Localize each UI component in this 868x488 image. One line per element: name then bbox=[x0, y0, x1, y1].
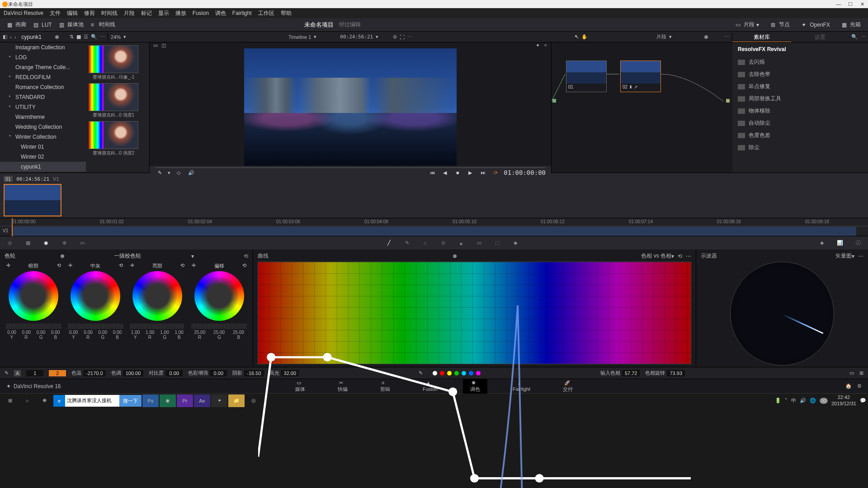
node-mode[interactable]: 片段 bbox=[656, 33, 666, 40]
color-match-icon[interactable]: ▦ bbox=[23, 238, 33, 249]
info-icon[interactable]: ⓘ bbox=[853, 238, 863, 249]
settings-icon[interactable]: ⚙ bbox=[857, 383, 862, 389]
zoom-level[interactable]: 24% bbox=[111, 34, 121, 40]
3d-icon[interactable]: ◆ bbox=[510, 238, 521, 249]
more-icon[interactable]: ⋯ bbox=[858, 253, 863, 259]
reset-icon[interactable]: ⟲ bbox=[678, 253, 682, 259]
cortana-icon[interactable]: ○ bbox=[19, 394, 35, 407]
curves-icon[interactable]: ╱ bbox=[383, 238, 394, 249]
menu-item[interactable]: Fairlight bbox=[232, 10, 252, 16]
keyframe-icon[interactable]: ◆ bbox=[816, 238, 827, 249]
viewer-mode-icon[interactable]: ▭ bbox=[153, 42, 158, 48]
lut-thumb[interactable]: 赛博朋克科...0 强度2 bbox=[89, 121, 138, 156]
close-button[interactable]: ✕ bbox=[858, 1, 866, 7]
key-icon[interactable]: ▭ bbox=[474, 238, 485, 249]
tree-item[interactable]: Wedding Collection bbox=[0, 122, 86, 132]
search-go-button[interactable]: 搜一下 bbox=[119, 395, 142, 407]
next-clip-button[interactable]: ⏭ bbox=[478, 168, 487, 177]
taskbar-search[interactable]: e 搜一下 bbox=[53, 395, 142, 407]
more-icon[interactable]: ⋯ bbox=[859, 32, 868, 42]
tray-net-icon[interactable]: 🌐 bbox=[810, 398, 816, 404]
node-graph[interactable]: 01 02 ⬍ ↗ bbox=[552, 42, 732, 151]
minimize-button[interactable]: — bbox=[835, 1, 843, 7]
menu-item[interactable]: Fusion bbox=[193, 10, 209, 16]
breadcrumb[interactable]: cypunk1 bbox=[19, 34, 44, 40]
clip-thumbnail[interactable] bbox=[4, 184, 61, 216]
layers-icon[interactable]: ◇ bbox=[174, 168, 183, 177]
wand-icon[interactable]: ✧ bbox=[543, 42, 547, 48]
tracking-icon[interactable]: ⊙ bbox=[438, 238, 448, 249]
adjust-item[interactable]: 对比度0.00 bbox=[149, 370, 183, 376]
start-button[interactable]: ⊞ bbox=[2, 394, 18, 407]
fx-tab-settings[interactable]: 设置 bbox=[791, 32, 850, 42]
timeline-track[interactable] bbox=[12, 227, 856, 236]
openfx-button[interactable]: ✦OpenFX bbox=[798, 19, 834, 30]
page-1[interactable]: 1 bbox=[26, 370, 43, 376]
viewer-image[interactable] bbox=[244, 48, 457, 166]
window-icon[interactable]: ○ bbox=[420, 238, 430, 249]
menu-item[interactable]: 调色 bbox=[215, 9, 226, 17]
menu-item[interactable]: 播放 bbox=[175, 9, 186, 17]
nav-back-icon[interactable]: ‹ bbox=[10, 34, 12, 40]
page-2[interactable]: 2 bbox=[49, 370, 66, 376]
tray-badge[interactable]: 30 bbox=[820, 398, 828, 404]
adjust-item[interactable]: 色调100.00 bbox=[111, 370, 144, 376]
task-app[interactable]: Ps bbox=[142, 394, 159, 407]
tray-clock[interactable]: 22:422019/12/31 bbox=[831, 394, 856, 406]
tree-item[interactable]: Orange Theme Colle... bbox=[0, 62, 86, 72]
fullscreen-icon[interactable]: ⛶ bbox=[400, 34, 405, 40]
tree-item[interactable]: UTILITY bbox=[0, 102, 86, 112]
tree-item[interactable]: Instagram Collection bbox=[0, 42, 86, 52]
picker-icon[interactable]: ✎ bbox=[155, 168, 164, 177]
lut-thumb[interactable]: 赛博朋克科...0 强度1 bbox=[89, 83, 138, 118]
task-app[interactable]: 📁 bbox=[228, 394, 245, 407]
blur-icon[interactable]: ▲ bbox=[456, 238, 467, 249]
graph-output[interactable] bbox=[726, 99, 730, 103]
tray-up-icon[interactable]: ˄ bbox=[785, 398, 788, 404]
search-input[interactable] bbox=[65, 398, 119, 404]
fx-item[interactable]: 去除色带 bbox=[732, 68, 868, 80]
task-app[interactable]: ◉ bbox=[160, 394, 176, 407]
notifications-icon[interactable]: 💬 bbox=[860, 398, 866, 404]
task-app[interactable]: Ae bbox=[194, 394, 210, 407]
qualifier-icon[interactable]: ✎ bbox=[401, 238, 412, 249]
tree-item[interactable]: cypunk1 bbox=[0, 162, 86, 172]
pointer-icon[interactable]: ↖ bbox=[575, 34, 579, 40]
home-icon[interactable]: 🏠 bbox=[845, 383, 852, 389]
menu-item[interactable]: 显示 bbox=[158, 9, 169, 17]
prev-clip-button[interactable]: ⏮ bbox=[428, 168, 437, 177]
fx-tab-library[interactable]: 素材库 bbox=[732, 32, 791, 42]
color-wheel[interactable]: ✛中灰⟲0.000.000.000.00YRGB bbox=[66, 263, 125, 340]
node[interactable]: 01 bbox=[566, 61, 607, 92]
vectorscope[interactable] bbox=[730, 262, 834, 366]
search-icon[interactable]: 🔍 bbox=[91, 34, 97, 40]
more-icon[interactable]: ⋯ bbox=[686, 253, 691, 259]
fx-item[interactable]: 物体移除 bbox=[732, 105, 868, 117]
app-icon[interactable]: ❋ bbox=[36, 394, 52, 407]
nodes-button[interactable]: ⊞节点 bbox=[767, 19, 793, 30]
scope-opt-icon[interactable]: ▭ bbox=[849, 370, 854, 376]
lut-thumb[interactable]: 赛博朋克科...印象_-1 bbox=[89, 45, 138, 80]
tray-icon[interactable]: 🔋 bbox=[775, 398, 781, 404]
menu-item[interactable]: DaVinci Resolve bbox=[4, 10, 43, 16]
menu-item[interactable]: 帮助 bbox=[281, 9, 292, 17]
sizing-icon[interactable]: ⬚ bbox=[492, 238, 503, 249]
tree-item[interactable]: LOG bbox=[0, 52, 86, 62]
transport-tc[interactable]: 01:00:00:00 bbox=[504, 169, 546, 176]
color-wheel[interactable]: ✛暗部⟲0.000.000.000.00YRGB bbox=[5, 263, 63, 340]
timeline-button[interactable]: ≡时间线 bbox=[87, 19, 119, 30]
tree-item[interactable]: Winter 01 bbox=[0, 142, 86, 152]
wheels-icon[interactable]: ◉ bbox=[41, 238, 52, 249]
highlight-icon[interactable]: ✦ bbox=[536, 42, 540, 48]
play-button[interactable]: ▶ bbox=[466, 168, 475, 177]
clips-button[interactable]: ▭片段▾ bbox=[732, 19, 763, 30]
nav-fwd-icon[interactable]: › bbox=[14, 34, 16, 40]
tray-ime-icon[interactable]: 中 bbox=[791, 397, 796, 404]
rgb-mixer-icon[interactable]: ⊕ bbox=[59, 238, 70, 249]
adjust-item[interactable]: 色温-2170.0 bbox=[71, 370, 105, 376]
media-pool-button[interactable]: ▥媒体池 bbox=[56, 19, 87, 30]
color-wheel[interactable]: ✛亮部⟲1.001.001.001.00YRGB bbox=[128, 263, 187, 340]
stop-button[interactable]: ■ bbox=[453, 168, 462, 177]
menu-item[interactable]: 时间线 bbox=[101, 9, 118, 17]
mute-icon[interactable]: 🔊 bbox=[187, 168, 196, 177]
